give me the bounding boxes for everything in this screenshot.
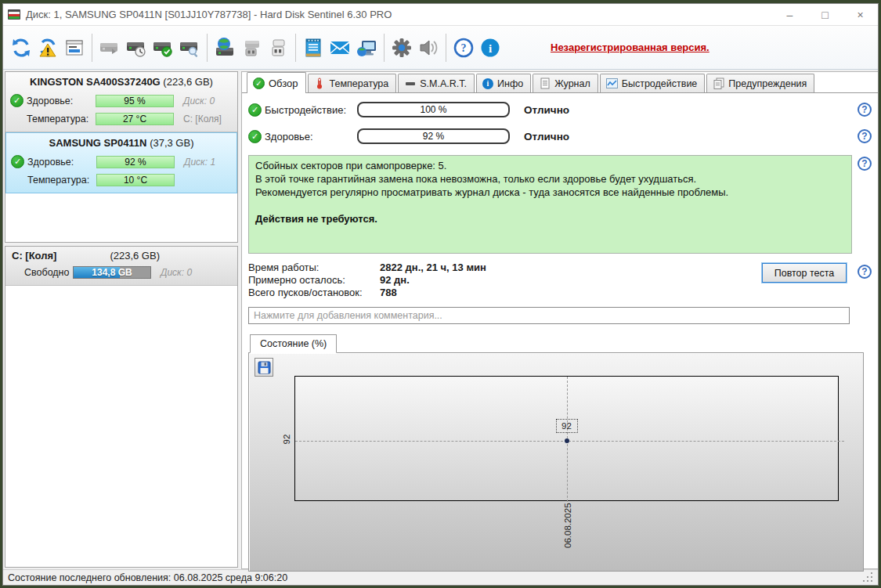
notes-icon[interactable] (300, 34, 327, 61)
tab-label: Предупреждения (728, 78, 807, 89)
performance-rating: Отлично (524, 104, 569, 116)
unregistered-version-link[interactable]: Незарегистрированная версия. (551, 41, 709, 53)
disk-name: SAMSUNG SP0411N (49, 137, 147, 149)
tab-label: Температура (330, 78, 389, 89)
performance-row: ✓ Быстродействие: 100 % Отлично ? (248, 97, 872, 122)
tab-label: Журнал (554, 78, 590, 89)
disk-item-kingston[interactable]: KINGSTON SA400S37240G (223,6 GB) ✓ Здоро… (5, 72, 237, 132)
disk-item-samsung-selected[interactable]: SAMSUNG SP0411N (37,3 GB) ✓ Здоровье: 92… (5, 132, 237, 193)
disk-title: SAMSUNG SP0411N (37,3 GB) (11, 135, 232, 152)
tab-smart[interactable]: S.M.A.R.T. (398, 74, 475, 92)
chart-y-tick: 92 (282, 435, 291, 445)
maximize-button[interactable]: □ (807, 4, 843, 25)
info-icon: i (482, 78, 493, 89)
tab-info[interactable]: i Инфо (476, 74, 531, 92)
tab-performance[interactable]: Быстродействие (600, 74, 706, 92)
report-icon[interactable] (61, 34, 88, 61)
disk-disconnect-icon[interactable] (238, 34, 265, 61)
tab-label: S.M.A.R.T. (420, 78, 467, 89)
remote-computer-icon[interactable] (353, 34, 380, 61)
partition-title: C: [Коля] (223,6 GB) (12, 248, 231, 265)
content-area: KINGSTON SA400S37240G (223,6 GB) ✓ Здоро… (3, 70, 878, 569)
window-controls: – □ × (772, 4, 878, 25)
help-icon[interactable]: ? (858, 103, 872, 117)
comment-input[interactable] (248, 307, 850, 324)
disk-number: Диск: 0 (183, 96, 215, 106)
performance-bar: 100 % (357, 102, 510, 117)
email-icon[interactable] (327, 34, 353, 61)
message-line: Рекомендуется регулярно просматривать жу… (255, 186, 845, 199)
health-bar: 92 % (357, 128, 510, 144)
tab-alerts[interactable]: Предупреждения (706, 74, 814, 92)
help-icon[interactable]: ? (858, 265, 872, 279)
disk-offline-icon[interactable] (96, 34, 123, 61)
tab-overview[interactable]: ✓ Обзор (247, 72, 306, 93)
temp-label: Температура: (27, 175, 96, 186)
disk-health-row: ✓ Здоровье: 95 % Диск: 0 (10, 92, 233, 109)
partition-size: (223,6 GB) (110, 250, 160, 262)
tab-label: Инфо (497, 78, 523, 89)
disk-tested-icon[interactable] (150, 34, 176, 61)
disk-temp-row: Температура: 27 °C C: [Коля] (10, 110, 233, 127)
disk-size: (37,3 GB) (150, 137, 193, 149)
health-bar: 95 % (96, 95, 174, 107)
stat-row: Всего пусков/остановок: 788 (248, 287, 872, 299)
tab-temperature[interactable]: Температура (308, 74, 397, 92)
about-info-icon[interactable]: i (477, 34, 504, 61)
resize-grip[interactable] (863, 572, 873, 583)
drive-letter: C: [Коля] (183, 114, 222, 124)
tab-log[interactable]: Журнал (533, 74, 598, 92)
chart-plot-area: 92 92 06.08.2025 (294, 376, 839, 501)
settings-icon[interactable] (388, 34, 415, 61)
tab-bar: ✓ Обзор Температура S.M.A.R.T. i Инфо (242, 72, 878, 93)
network-disk-icon[interactable] (211, 34, 238, 61)
status-message-box: Сбойных секторов при самопроверке: 5. В … (248, 155, 852, 254)
disk-schedule-icon[interactable] (123, 34, 150, 61)
message-line: Сбойных секторов при самопроверке: 5. (255, 159, 845, 172)
toolbar-separator (384, 34, 385, 62)
disk-temp-row: Температура: 10 °C (11, 171, 232, 188)
disk-title: KINGSTON SA400S37240G (223,6 GB) (10, 74, 233, 91)
refresh-icon[interactable] (8, 34, 34, 61)
disk-connect-icon[interactable] (265, 34, 291, 61)
chart-tab-health-percent[interactable]: Состояние (%) (250, 334, 337, 353)
partition-list-panel: C: [Коля] (223,6 GB) Свободно 134,8 GB Д… (5, 246, 238, 568)
help-icon[interactable]: ? (858, 129, 872, 143)
health-row: ✓ Здоровье: 92 % Отлично ? (248, 124, 872, 149)
stat-label: Время работы: (248, 262, 380, 274)
svg-text:?: ? (461, 42, 467, 54)
partition-item-c[interactable]: C: [Коля] (223,6 GB) Свободно 134,8 GB Д… (5, 247, 237, 286)
svg-text:i: i (489, 41, 492, 54)
app-icon (8, 9, 21, 20)
stat-value: 92 дн. (380, 274, 410, 287)
refresh-warning-icon[interactable] (34, 34, 61, 61)
message-line: В этой точке гарантийная замена пока нев… (255, 172, 845, 186)
help-icon[interactable]: ? (450, 34, 477, 61)
save-chart-button[interactable] (255, 358, 273, 377)
sounds-icon[interactable] (415, 34, 442, 61)
floppy-icon (258, 361, 271, 374)
health-rating: Отлично (524, 131, 569, 142)
health-label: Здоровье: (27, 157, 96, 168)
health-value: 92 % (359, 130, 508, 142)
tab-label: Быстродействие (622, 78, 698, 89)
close-button[interactable]: × (843, 4, 878, 25)
chart-data-point (565, 438, 569, 443)
partition-free-row: Свободно 134,8 GB Диск: 0 (12, 265, 231, 280)
free-space-value: 134,8 GB (74, 267, 150, 278)
help-icon[interactable]: ? (858, 157, 872, 171)
performance-value: 100 % (359, 103, 508, 116)
retest-button[interactable]: Повтор теста (762, 263, 847, 283)
chart-panel: 92 92 06.08.2025 (248, 352, 864, 572)
app-window: Диск: 1, SAMSUNG SP0411N [S01JJ10Y787738… (2, 3, 879, 586)
free-space-bar: 134,8 GB (73, 266, 151, 279)
minimize-button[interactable]: – (772, 4, 807, 25)
tab-label: Обзор (269, 78, 298, 89)
ok-icon: ✓ (248, 130, 262, 143)
health-ok-icon: ✓ (10, 94, 23, 107)
health-label: Здоровье: (265, 131, 357, 142)
thermometer-icon (314, 78, 326, 89)
disk-analyze-icon[interactable] (176, 34, 203, 61)
sidebar: KINGSTON SA400S37240G (223,6 GB) ✓ Здоро… (3, 70, 240, 569)
chart-icon (606, 78, 618, 89)
